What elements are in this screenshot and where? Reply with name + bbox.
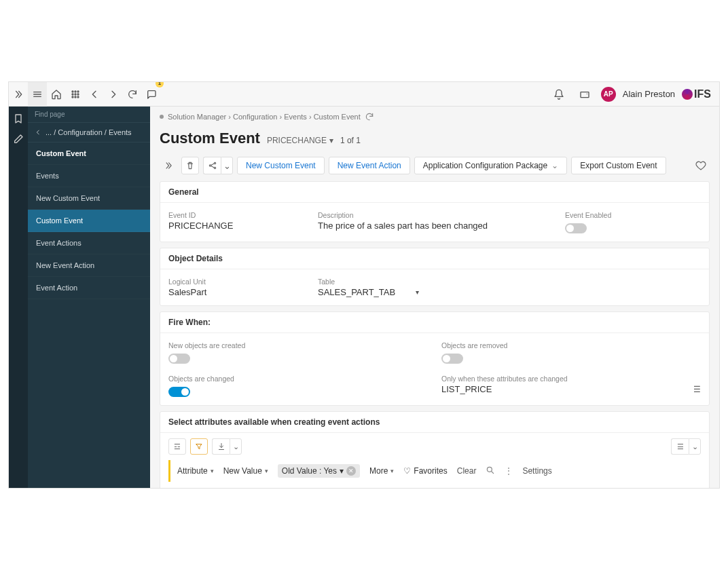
breadcrumb-link[interactable]: Events	[284, 113, 307, 121]
col-attribute[interactable]: Attribute	[179, 487, 587, 488]
expand-rail-icon[interactable]	[9, 82, 28, 107]
filter-clear[interactable]: Clear	[457, 466, 477, 476]
app-config-package-button[interactable]: Application Configuration Package	[414, 157, 567, 174]
svg-point-5	[77, 91, 79, 92]
chat-icon[interactable]	[142, 82, 161, 107]
col-new-value[interactable]: New Value	[587, 487, 621, 488]
user-avatar[interactable]: AP	[601, 87, 616, 102]
sidebar-item[interactable]: Event Action	[28, 277, 150, 299]
card-icon[interactable]	[575, 82, 594, 107]
removed-toggle[interactable]	[441, 354, 463, 364]
attribute-list-icon[interactable]	[693, 384, 701, 394]
attributes-header: Select attributes available when creatin…	[160, 412, 709, 433]
pencil-icon[interactable]	[13, 134, 24, 145]
svg-point-7	[75, 94, 76, 95]
new-objects-toggle[interactable]	[168, 354, 190, 364]
table-select[interactable]: SALES_PART_TAB ▾	[318, 287, 551, 297]
logical-unit-value: SalesPart	[168, 287, 304, 297]
sidebar-back[interactable]: ... / Configuration / Events	[28, 123, 150, 142]
svg-point-10	[75, 96, 76, 98]
general-panel: General Event ID PRICECHANGE Description…	[160, 181, 710, 242]
list-view-icon[interactable]: ☲	[168, 438, 186, 455]
changed-toggle[interactable]	[168, 387, 190, 397]
find-page-input[interactable]: Find page	[28, 107, 150, 123]
export-custom-event-button[interactable]: Export Custom Event	[571, 157, 666, 174]
bell-icon[interactable]	[549, 82, 568, 107]
sidebar-item[interactable]: New Event Action	[28, 254, 150, 277]
share-dropdown-icon[interactable]: ⌄	[221, 157, 233, 174]
col-old-value[interactable]: Old Value	[621, 487, 655, 488]
share-button[interactable]	[203, 157, 221, 174]
new-objects-label: New objects are created	[168, 337, 428, 349]
sidebar-item[interactable]: Event Actions	[28, 232, 150, 254]
sidebar-item[interactable]: Events	[28, 165, 150, 187]
nav-back-icon[interactable]	[85, 82, 104, 107]
home-icon[interactable]	[47, 82, 66, 107]
refresh-icon[interactable]	[123, 82, 142, 107]
object-details-header: Object Details	[160, 248, 709, 269]
logical-unit-label: Logical Unit	[168, 273, 304, 286]
description-label: Description	[318, 207, 551, 219]
only-when-label: Only when these attributes are changed	[441, 370, 701, 383]
filter-settings[interactable]: Settings	[522, 466, 551, 476]
delete-button[interactable]	[181, 157, 199, 174]
breadcrumb-link[interactable]: Configuration	[233, 113, 277, 121]
nav-forward-icon[interactable]	[104, 82, 123, 107]
table-settings-dropdown-icon[interactable]: ⌄	[689, 438, 701, 455]
svg-line-18	[211, 166, 214, 168]
only-when-value: LIST_PRICE	[441, 384, 492, 394]
search-icon[interactable]	[486, 466, 495, 477]
sidebar-item[interactable]: Custom Event	[28, 142, 150, 165]
new-custom-event-button[interactable]: New Custom Event	[237, 157, 325, 174]
filter-new-value[interactable]: New Value▾	[223, 466, 268, 476]
filter-favorites[interactable]: ♡ Favorites	[403, 466, 447, 476]
fire-when-panel: Fire When: New objects are created Objec…	[160, 311, 710, 406]
export-table-icon[interactable]	[212, 438, 230, 455]
apps-icon[interactable]	[66, 82, 85, 107]
filter-attribute[interactable]: Attribute▾	[177, 466, 214, 476]
attributes-table: ⋮ Attribute New Value Old Value Data Typ…	[160, 487, 709, 488]
filter-bar: Attribute▾ New Value▾ Old Value : Yes▾ ✕…	[168, 460, 701, 482]
sidebar-item[interactable]: New Custom Event	[28, 187, 150, 210]
sidebar: Find page ... / Configuration / Events C…	[28, 107, 150, 488]
chevron-down-icon: ▾	[416, 288, 419, 296]
svg-point-4	[75, 91, 76, 92]
menu-toggle-icon[interactable]	[28, 82, 47, 107]
svg-point-8	[77, 94, 79, 95]
table-settings-icon[interactable]: ☰	[671, 438, 689, 455]
changed-label: Objects are changed	[168, 370, 428, 383]
page-subtitle[interactable]: PRICECHANGE ▾	[267, 136, 333, 145]
col-data-type[interactable]: Data Type	[655, 487, 709, 488]
bookmark-icon[interactable]	[13, 113, 24, 124]
more-options-icon[interactable]: ⋮	[505, 466, 513, 476]
favorite-icon[interactable]	[692, 157, 710, 174]
ifs-logo: IFS	[682, 88, 711, 100]
event-enabled-toggle[interactable]	[565, 223, 587, 233]
fire-when-header: Fire When:	[160, 312, 709, 333]
breadcrumb-dot-icon	[160, 115, 164, 119]
svg-point-9	[72, 96, 73, 98]
svg-rect-12	[581, 92, 589, 97]
new-event-action-button[interactable]: New Event Action	[329, 157, 410, 174]
record-count: 1 of 1	[340, 136, 361, 145]
filter-icon[interactable]	[190, 438, 208, 455]
breadcrumb-link[interactable]: Custom Event	[314, 113, 361, 121]
header-bar: AP Alain Preston IFS	[9, 82, 719, 107]
sidebar-item[interactable]: Custom Event	[28, 210, 150, 232]
svg-line-17	[211, 164, 214, 165]
svg-point-19	[488, 467, 492, 472]
event-id-value: PRICECHANGE	[168, 221, 304, 231]
filter-old-value-pill[interactable]: Old Value : Yes▾ ✕	[278, 464, 360, 478]
breadcrumb-link[interactable]: Solution Manager	[168, 113, 226, 121]
export-dropdown-icon[interactable]: ⌄	[230, 438, 242, 455]
breadcrumb-refresh-icon[interactable]	[365, 112, 374, 121]
icon-rail	[9, 107, 28, 488]
filter-more[interactable]: More▾	[369, 466, 394, 476]
collapse-toolbar-icon[interactable]	[160, 157, 177, 174]
user-name: Alain Preston	[623, 89, 675, 99]
remove-filter-icon[interactable]: ✕	[346, 466, 356, 476]
svg-point-3	[72, 91, 73, 92]
general-header: General	[160, 182, 709, 203]
object-details-panel: Object Details Logical Unit SalesPart Ta…	[160, 248, 710, 306]
removed-label: Objects are removed	[441, 337, 701, 349]
